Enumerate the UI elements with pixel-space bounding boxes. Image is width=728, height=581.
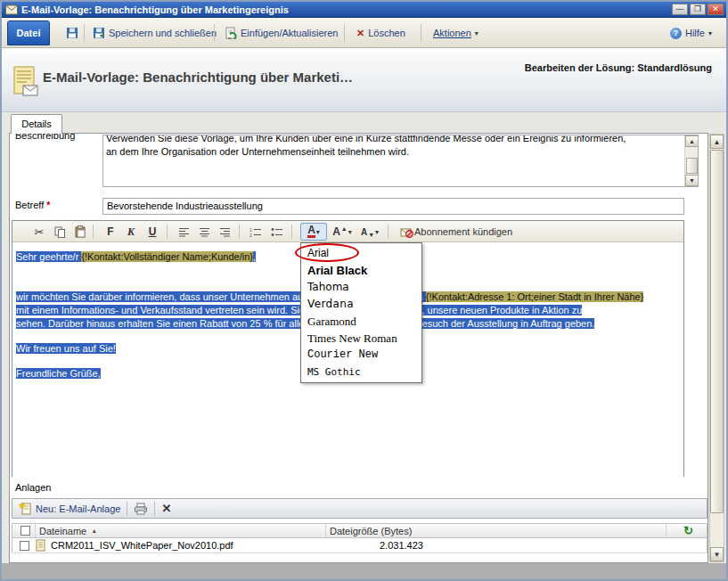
attachments-toolbar: Neu: E-Mail-Anlage ✕: [12, 498, 708, 519]
description-line: an dem Ihre Organisation oder Unternehme…: [106, 145, 683, 159]
print-button[interactable]: [127, 499, 154, 518]
cut-button[interactable]: ✂: [30, 223, 48, 241]
paste-icon: [75, 225, 86, 238]
window-bottom-area: [2, 563, 726, 581]
description-scrollbar[interactable]: ▲ ▼: [684, 135, 698, 186]
actions-menu-button[interactable]: Aktionen ▾: [428, 23, 484, 43]
greeting-post: ,: [253, 251, 256, 262]
align-left-button[interactable]: [175, 223, 192, 241]
unsubscribe-label: Abonnement kündigen: [414, 226, 512, 237]
scrollbar-up-icon[interactable]: ▲: [710, 135, 724, 149]
numbered-list-button[interactable]: 1 2: [247, 223, 265, 241]
align-right-button[interactable]: [216, 223, 233, 241]
attachment-row[interactable]: CRM2011_ISV_WhitePaper_Nov2010.pdf 2.031…: [12, 538, 708, 553]
bullet-list-button[interactable]: [268, 223, 286, 241]
save-and-close-label: Speichern und schließen: [109, 28, 217, 38]
description-line: Verwenden Sie diese Vorlage, um Ihre Kun…: [106, 135, 683, 145]
form-scrollbar[interactable]: ▲ ▼: [709, 134, 724, 562]
column-header-filename[interactable]: Dateiname ▲: [36, 524, 326, 537]
row-checkbox[interactable]: [20, 541, 29, 551]
help-label: Hilfe: [685, 28, 705, 38]
toolbar-separator: [421, 24, 421, 42]
decrease-font-size-button[interactable]: A ▼ ▾: [357, 223, 382, 241]
font-menu-item-garamond[interactable]: Garamond: [301, 313, 421, 330]
page-title: E-Mail-Vorlage: Benachrichtigung über Ma…: [43, 70, 353, 85]
numbered-list-icon: 1 2: [249, 227, 262, 237]
unsubscribe-button[interactable]: Abonnement kündigen: [394, 223, 519, 241]
pdf-attachment-icon: [36, 539, 46, 552]
editor-separator: [93, 225, 94, 239]
save-close-icon: [93, 27, 105, 39]
actions-label: Aktionen: [433, 28, 471, 38]
minimize-button[interactable]: —: [672, 4, 688, 15]
svg-text:2: 2: [249, 232, 252, 237]
subject-label-text: Betreff: [15, 200, 44, 210]
insert-update-label: Einfügen/Aktualisieren: [241, 28, 338, 38]
font-menu-item-times-new-roman[interactable]: Times New Roman: [301, 330, 421, 347]
column-header-filesize[interactable]: Dateigröße (Bytes): [326, 524, 667, 537]
delete-button[interactable]: ✕ Löschen: [351, 23, 411, 43]
solution-context-label: Bearbeiten der Lösung: Standardlösung: [525, 62, 712, 73]
subject-input[interactable]: Bevorstehende Industrieausstellung: [102, 198, 684, 215]
font-menu-item-arial[interactable]: Arial: [301, 245, 421, 262]
tab-details[interactable]: Details: [11, 114, 62, 134]
copy-button[interactable]: [51, 223, 69, 241]
subject-label: Betreff *: [15, 200, 51, 210]
font-dropdown-menu: Arial Arial Black Tahoma Verdana Garamon…: [300, 242, 422, 383]
attachment-filename: CRM2011_ISV_WhitePaper_Nov2010.pdf: [51, 540, 233, 551]
editor-separator: [291, 225, 292, 239]
insert-update-button[interactable]: Einfügen/Aktualisieren: [219, 23, 343, 43]
font-icon: A: [307, 225, 315, 238]
toolbar-separator: [214, 24, 215, 42]
paste-button[interactable]: [71, 223, 89, 241]
save-icon: [66, 27, 78, 39]
font-menu-item-courier-new[interactable]: Courier New: [301, 347, 421, 364]
font-menu-item-ms-gothic[interactable]: MS Gothic: [301, 364, 421, 381]
editor-toolbar: ✂ F K U: [12, 221, 683, 242]
save-button[interactable]: [61, 23, 84, 43]
scroll-down-icon[interactable]: ▼: [685, 175, 699, 186]
delete-attachment-button[interactable]: ✕: [155, 499, 177, 518]
align-center-button[interactable]: [195, 223, 213, 241]
scrollbar-down-icon[interactable]: ▼: [710, 547, 724, 561]
help-menu-button[interactable]: ? Hilfe ▾: [665, 23, 717, 43]
font-menu-item-verdana[interactable]: Verdana: [301, 296, 421, 313]
underline-button[interactable]: U: [143, 223, 161, 241]
editor-separator: [388, 225, 389, 239]
increase-font-size-button[interactable]: A ▲ ▾: [330, 223, 355, 241]
italic-button[interactable]: K: [122, 223, 140, 241]
save-and-close-button[interactable]: Speichern und schließen: [87, 23, 222, 43]
font-button[interactable]: A ▾: [300, 223, 327, 241]
size-down-caret-icon: ▾: [375, 228, 379, 236]
bold-button[interactable]: F: [102, 223, 119, 241]
filename-header-label: Dateiname: [39, 526, 86, 536]
size-up-icon: A: [332, 225, 340, 238]
description-field[interactable]: Verwenden Sie diese Vorlage, um Ihre Kun…: [102, 135, 699, 187]
scroll-thumb[interactable]: [686, 158, 698, 174]
contact-name-token: {!Kontakt:Vollständiger Name;Kunde/in}: [81, 251, 253, 262]
scroll-up-icon[interactable]: ▲: [685, 135, 699, 147]
window-title: E-Mail-Vorlage: Benachrichtigung über Ma…: [21, 4, 289, 15]
new-attachment-button[interactable]: Neu: E-Mail-Anlage: [12, 499, 127, 518]
help-icon: ?: [670, 28, 682, 39]
required-asterisk: *: [46, 200, 50, 210]
font-caret-icon: ▾: [316, 228, 320, 236]
bullet-list-icon: [271, 227, 283, 237]
scrollbar-thumb[interactable]: [710, 150, 724, 513]
greeting-pre: Sehr geehrte/r: [16, 251, 81, 262]
editor-separator: [167, 225, 168, 239]
crm-email-template-window: E-Mail-Vorlage: Benachrichtigung über Ma…: [0, 0, 728, 581]
font-menu-item-tahoma[interactable]: Tahoma: [301, 279, 421, 296]
select-all-checkbox[interactable]: [20, 526, 30, 536]
select-all-cell: [12, 524, 36, 537]
maximize-button[interactable]: ❐: [690, 4, 706, 15]
align-center-icon: [199, 227, 210, 237]
delete-label: Löschen: [368, 28, 405, 38]
refresh-icon[interactable]: ↻: [683, 524, 693, 537]
refresh-cell: ↻: [667, 524, 707, 537]
file-tab[interactable]: Datei: [7, 20, 50, 45]
font-menu-item-arial-black[interactable]: Arial Black: [301, 262, 421, 279]
size-up-arrow-icon: ▲: [341, 225, 348, 232]
close-button[interactable]: ✕: [708, 4, 724, 15]
email-template-form-icon: [12, 66, 39, 98]
